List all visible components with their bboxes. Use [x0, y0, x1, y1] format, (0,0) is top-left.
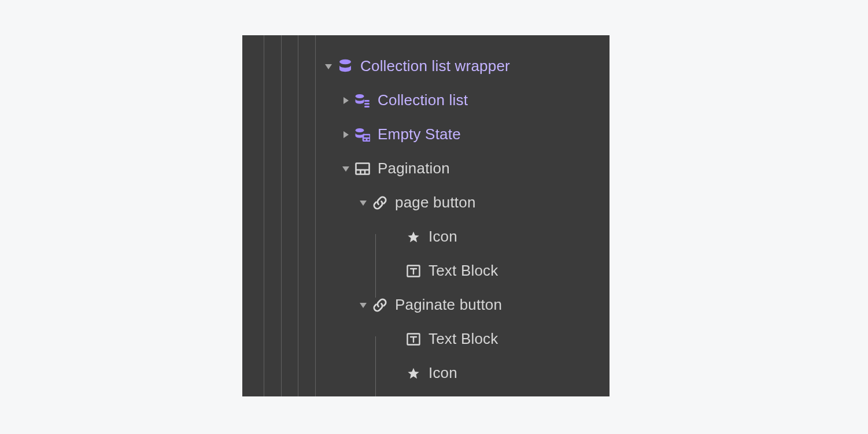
- tree-item-label: Collection list wrapper: [360, 57, 510, 75]
- tree-item-collection-list-wrapper[interactable]: Collection list wrapper: [242, 49, 610, 83]
- tree-item-paginate-button[interactable]: Paginate button: [242, 288, 610, 322]
- link-icon: [372, 297, 388, 313]
- tree-item-pagination[interactable]: Pagination: [242, 151, 610, 186]
- svg-point-5: [356, 128, 364, 132]
- star-icon: [405, 229, 422, 245]
- tree-item-label: Collection list: [378, 91, 468, 109]
- tree-item-label: Icon: [429, 228, 457, 246]
- svg-rect-2: [364, 100, 370, 102]
- svg-rect-3: [364, 103, 370, 105]
- tree-item-label: Empty State: [378, 125, 461, 143]
- svg-rect-4: [364, 106, 370, 107]
- expand-toggle-icon[interactable]: [341, 165, 351, 172]
- layout-icon: [354, 161, 371, 177]
- tree-item-page-button[interactable]: page button: [242, 186, 610, 220]
- database-icon: [337, 58, 353, 75]
- text-block-icon: [405, 331, 422, 347]
- database-layout-icon: [354, 127, 371, 143]
- element-tree: Collection list wrapper Collection list: [242, 49, 610, 390]
- tree-item-label: Text Block: [429, 330, 498, 348]
- tree-item-text-block[interactable]: - Text Block: [242, 322, 610, 356]
- tree-item-empty-state[interactable]: Empty State: [242, 117, 610, 151]
- tree-item-text-block[interactable]: - Text Block: [242, 254, 610, 288]
- tree-item-label: Icon: [429, 364, 457, 382]
- expand-toggle-icon[interactable]: [323, 63, 334, 70]
- navigator-panel: Collection list wrapper Collection list: [242, 35, 610, 396]
- link-icon: [372, 195, 388, 211]
- tree-item-label: Pagination: [378, 159, 450, 177]
- tree-item-label: Paginate button: [395, 296, 502, 314]
- expand-toggle-icon[interactable]: [341, 131, 351, 139]
- tree-item-icon[interactable]: - Icon: [242, 220, 610, 254]
- expand-toggle-icon[interactable]: [341, 97, 351, 105]
- expand-toggle-icon[interactable]: [358, 199, 368, 206]
- tree-item-collection-list[interactable]: Collection list: [242, 83, 610, 117]
- star-icon: [405, 365, 422, 381]
- tree-item-label: page button: [395, 194, 476, 212]
- tree-item-label: Text Block: [429, 262, 498, 280]
- expand-toggle-icon[interactable]: [358, 302, 368, 309]
- database-list-icon: [354, 92, 371, 109]
- text-block-icon: [405, 263, 422, 279]
- svg-point-0: [339, 59, 351, 64]
- svg-rect-9: [356, 163, 370, 174]
- tree-item-icon[interactable]: - Icon: [242, 356, 610, 390]
